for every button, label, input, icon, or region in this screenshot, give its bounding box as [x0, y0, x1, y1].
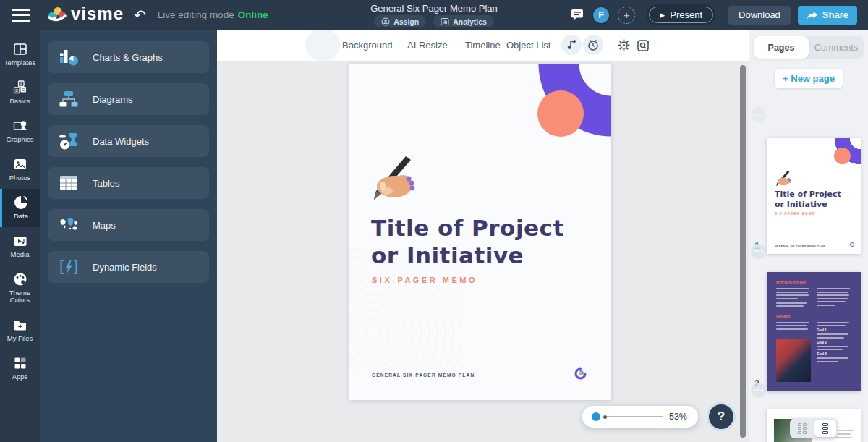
- page-1-options-icon[interactable]: [751, 107, 766, 122]
- thumb2-heading-introduction: Introduction: [776, 280, 851, 285]
- sidebar-item-data[interactable]: Data: [0, 189, 40, 227]
- assign-person-icon: [381, 17, 390, 26]
- page-2-options-icon[interactable]: [751, 244, 766, 259]
- user-avatar[interactable]: F: [592, 6, 610, 25]
- analytics-button[interactable]: Analytics: [433, 15, 494, 27]
- page-3-options-icon[interactable]: [751, 383, 766, 398]
- data-panel-item-charts-graphs[interactable]: Charts & Graphs: [48, 41, 209, 73]
- theme-colors-palette-icon: [12, 271, 28, 287]
- svg-text:C: C: [22, 88, 25, 92]
- data-panel-item-data-widgets[interactable]: Data Widgets: [48, 125, 209, 157]
- sidebar-item-my-files[interactable]: My Files: [0, 311, 40, 349]
- present-button-wrap: ▶ Present: [647, 4, 715, 25]
- pages-panel: Pages Comments + New page Title of Proje…: [749, 30, 868, 442]
- sidebar-item-templates[interactable]: Templates: [0, 35, 40, 74]
- data-panel-item-label: Charts & Graphs: [93, 52, 163, 63]
- background-button[interactable]: Background: [342, 30, 392, 61]
- add-music-icon[interactable]: [561, 35, 582, 55]
- assign-label: Assign: [393, 17, 419, 26]
- dynamic-fields-icon: [58, 257, 80, 277]
- cover-subtitle[interactable]: SIX-PAGER MEMO: [372, 276, 477, 284]
- data-panel-item-diagrams[interactable]: Diagrams: [48, 83, 209, 115]
- topbar-right: F + ▶ Present Download Share: [571, 0, 868, 30]
- tab-pages[interactable]: Pages: [754, 36, 809, 59]
- sidebar-item-label: Templates: [4, 59, 35, 67]
- data-panel-item-maps[interactable]: Maps: [48, 209, 209, 241]
- thumb1-title: Title of Project or Initiative: [775, 190, 841, 210]
- media-icon: [12, 233, 28, 249]
- data-panel-item-label: Maps: [93, 220, 116, 231]
- canvas-area[interactable]: Title of Project or Initiative SIX-PAGER…: [217, 61, 749, 442]
- tab-comments[interactable]: Comments: [809, 36, 864, 59]
- sidebar-item-graphics[interactable]: Graphics: [0, 112, 40, 150]
- sidebar-item-label: My Files: [7, 335, 33, 343]
- cover-title[interactable]: Title of Project or Initiative: [371, 214, 574, 269]
- thumb1-coral-circle: [834, 148, 851, 164]
- play-icon: ▶: [660, 12, 665, 19]
- thumb1-logo: [850, 242, 854, 247]
- sidebar-item-label: Theme Colors: [0, 289, 40, 305]
- visme-logo[interactable]: visme: [46, 7, 124, 24]
- preview-search-icon[interactable]: [633, 35, 653, 55]
- sidebar-item-media[interactable]: Media: [0, 227, 40, 265]
- cover-brand-logo[interactable]: [574, 367, 587, 380]
- share-arrow-icon: [807, 10, 818, 20]
- thumb1-subtitle: SIX-PAGER MEMO: [775, 212, 815, 216]
- present-button[interactable]: ▶ Present: [649, 7, 713, 23]
- timeline-button[interactable]: Timeline: [465, 30, 501, 61]
- visme-editor: visme ↶ Live editing modeOnline General …: [0, 0, 868, 442]
- page-thumbnail-1[interactable]: Title of Project or Initiative SIX-PAGER…: [767, 138, 861, 254]
- download-button[interactable]: Download: [728, 6, 791, 25]
- list-view-icon[interactable]: [814, 420, 836, 437]
- help-button[interactable]: ?: [707, 402, 736, 431]
- present-label: Present: [670, 9, 702, 20]
- topbar-center: General Six Pager Memo Plan Assign Analy…: [318, 0, 550, 27]
- zoom-level-value: 53%: [669, 412, 687, 422]
- apps-grid-icon: [12, 355, 28, 371]
- maps-world-icon: [58, 215, 80, 235]
- sidebar-item-label: Photos: [9, 174, 31, 182]
- object-list-button[interactable]: Object List: [506, 30, 550, 61]
- sidebar-item-photos[interactable]: Photos: [0, 150, 40, 189]
- share-button[interactable]: Share: [798, 6, 857, 25]
- coral-circle-shape[interactable]: [537, 90, 584, 137]
- analytics-chart-icon: [441, 17, 449, 26]
- my-files-folder-icon: [12, 317, 28, 333]
- hand-pen-illustration[interactable]: [365, 155, 430, 203]
- new-page-button[interactable]: + New page: [775, 69, 843, 88]
- undo-icon[interactable]: ↶: [134, 8, 146, 22]
- document-title[interactable]: General Six Pager Memo Plan: [318, 3, 550, 14]
- grid-view-icon[interactable]: [791, 420, 813, 437]
- ai-resize-button[interactable]: AI Resize: [407, 30, 448, 61]
- hamburger-menu-icon[interactable]: [12, 9, 30, 22]
- panel-tabs: Pages Comments: [754, 36, 864, 59]
- thumb1-hand-illustration: [773, 170, 796, 187]
- charts-graphs-icon: [58, 47, 80, 67]
- add-collaborator-button[interactable]: +: [618, 7, 635, 24]
- canvas-scrollbar[interactable]: [740, 65, 746, 438]
- toolbar-watermark: [305, 28, 340, 61]
- graphics-icon: [12, 118, 28, 134]
- tables-icon: [58, 173, 80, 193]
- data-panel-item-dynamic-fields[interactable]: Dynamic Fields: [48, 251, 209, 283]
- main-sidebar: Templates ABC Basics Graphics Photos Dat…: [0, 30, 40, 442]
- analytics-label: Analytics: [453, 17, 487, 26]
- sidebar-item-theme-colors[interactable]: Theme Colors: [0, 265, 40, 312]
- photos-icon: [12, 156, 28, 172]
- sidebar-item-apps[interactable]: Apps: [0, 349, 40, 388]
- settings-gear-icon[interactable]: [613, 35, 634, 55]
- online-status: Online: [238, 9, 268, 20]
- data-panel-item-tables[interactable]: Tables: [48, 167, 209, 199]
- timer-icon[interactable]: [583, 35, 603, 55]
- sidebar-item-basics[interactable]: ABC Basics: [0, 74, 40, 112]
- data-panel-item-label: Data Widgets: [93, 136, 149, 147]
- cover-title-line1: Title of Project: [371, 214, 574, 242]
- zoom-slider-track[interactable]: [607, 416, 663, 417]
- cover-footer[interactable]: GENERAL SIX PAGER MEMO PLAN: [372, 373, 475, 378]
- comments-icon[interactable]: [571, 9, 584, 21]
- page-thumbnail-2[interactable]: Introduction Goals Goal 1 Goal 2 Goal 3: [767, 272, 861, 391]
- zoom-slider-handle[interactable]: [592, 412, 600, 421]
- document-page[interactable]: Title of Project or Initiative SIX-PAGER…: [349, 64, 611, 400]
- assign-button[interactable]: Assign: [374, 15, 426, 27]
- live-editing-label: Live editing modeOnline: [158, 9, 268, 20]
